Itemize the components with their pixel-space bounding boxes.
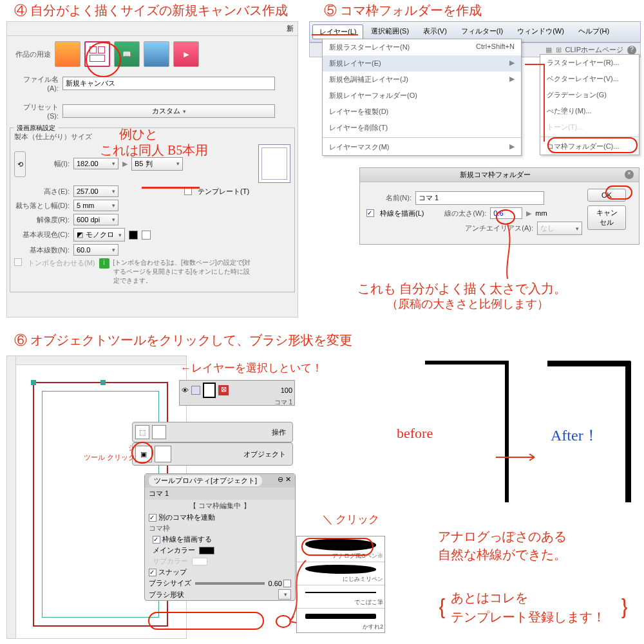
toolbar-icon[interactable]: ▦ [545, 46, 552, 54]
submenu-vector[interactable]: ベクターレイヤー(V)... [540, 71, 639, 87]
purpose-icon-scene[interactable] [144, 41, 169, 67]
brush-item-1[interactable]: にじみミリペン [297, 562, 384, 585]
drawborder-label: 枠線を描画(L) [380, 209, 424, 218]
bleed-combo[interactable]: 5 mm [73, 200, 118, 211]
layer-opacity[interactable]: 100 [281, 386, 292, 394]
help-icon[interactable]: ? [627, 46, 636, 55]
tp-subcolor-swatch [192, 558, 207, 565]
underline-b5 [142, 187, 200, 189]
layer-panel: 👁 ⊠ 100 コマ 1 [179, 380, 295, 406]
linecount-label: 基本線数(N): [14, 245, 70, 255]
handle-nw[interactable] [31, 380, 36, 385]
tool-icon-operation[interactable]: ⬚ [135, 425, 149, 439]
linecount-combo[interactable]: 60.0 [73, 244, 118, 256]
handle-n[interactable] [100, 380, 106, 385]
filename-label: ファイル名(A): [12, 75, 59, 92]
annotation-select-layer: ←レイヤーを選択しといて！ [180, 361, 323, 375]
clip-home-link[interactable]: CLIPホームページ [565, 45, 623, 55]
purpose-icon-book[interactable]: 📖 [114, 41, 140, 67]
tp-brushshape-dropdown[interactable] [278, 589, 291, 600]
menu-help[interactable]: ヘルプ(H) [572, 24, 616, 39]
antialias-label: アンチエイリアス(A): [465, 223, 533, 233]
purpose-icon-illustration[interactable] [55, 41, 80, 67]
tp-brushsize-slider[interactable] [195, 582, 265, 585]
layer-thumbnail[interactable] [203, 383, 216, 398]
subtool-object-icon[interactable]: ▣ [135, 446, 152, 462]
annotation-result1: アナログっぽさのある [438, 528, 567, 545]
menu-select[interactable]: 選択範囲(S) [365, 24, 415, 39]
tp-drawborder-label: 枠線を描画する [162, 535, 212, 543]
tp-brushsize-chip[interactable] [283, 580, 291, 587]
annotation-click: ＼ クリック [322, 512, 379, 527]
tp-brushsize-value[interactable]: 0.60 [269, 580, 282, 587]
tp-snap-checkbox[interactable] [149, 569, 156, 576]
height-input[interactable]: 257.00 [73, 185, 118, 197]
colormode-label: 基本表現色(C): [14, 230, 70, 240]
annotation-after: After！ [551, 425, 599, 446]
circle-brush-dropdown [276, 615, 291, 628]
tp-brushsize-label: ブラシサイズ [149, 578, 191, 588]
annotation-thickness2: （原稿の大きさと比例します） [386, 296, 549, 312]
color-swatch-white[interactable] [142, 231, 151, 240]
menu-layer[interactable]: レイヤー(L) [312, 24, 363, 39]
menu-new-raster[interactable]: 新規ラスターレイヤー(N)Ctrl+Shift+N [323, 39, 521, 55]
menu-window[interactable]: ウィンドウ(W) [511, 24, 571, 39]
drawborder-checkbox[interactable] [366, 209, 374, 217]
brush-item-2[interactable]: でこぼこ筆 [297, 585, 384, 609]
bracket-right: ｝ [618, 591, 641, 623]
annotation-final1: あとはコレを [451, 589, 528, 607]
toolbar-icon2[interactable]: ⊞ [556, 46, 562, 54]
menu-filter[interactable]: フィルター(I) [455, 24, 509, 39]
menu-dup[interactable]: レイヤーを複製(D) [323, 104, 521, 120]
brush-item-3[interactable]: かすれ2 [297, 609, 384, 632]
annotation-6-title: ⑥ オブジェクトツールをクリックして、ブラシ形状を変更 [14, 332, 352, 349]
layer-name[interactable]: コマ 1 [182, 398, 292, 407]
antialias-combo[interactable]: なし [537, 222, 582, 235]
submenu-raster[interactable]: ラスターレイヤー(R)... [540, 55, 639, 71]
panel-menu-icon[interactable]: ⊖ ✕ [278, 475, 291, 486]
tp-maincolor-swatch[interactable] [199, 547, 214, 554]
new-layer-submenu: ラスターレイヤー(R)... ベクターレイヤー(V)... グラデーション(G)… [540, 54, 639, 155]
tool-palette: ⬚ 操作 [132, 422, 293, 442]
preset-combo[interactable]: カスタム [62, 104, 275, 118]
layer-color-chip[interactable] [191, 386, 200, 395]
submenu-frame-folder[interactable]: コマ枠フォルダー(C)... [540, 138, 639, 155]
color-swatch-black[interactable] [129, 231, 138, 240]
filename-input[interactable]: 新規キャンバス [62, 77, 275, 90]
tp-drawborder-checkbox[interactable] [153, 536, 160, 544]
menu-view[interactable]: 表示(V) [417, 24, 453, 39]
tombo-label: トンボを合わせる(M) [28, 258, 95, 268]
resolution-combo[interactable]: 600 dpi [73, 214, 118, 225]
colormode-combo[interactable]: ◩ モノクロ [73, 228, 125, 242]
frame-folder-dialog: 新規コマ枠フォルダー × 名前(N): コマ 1 枠線を描画(L) 線の太さ(W… [359, 167, 639, 245]
tombo-info-text: [トンボを合わせる]は、[複数ページ]の設定で[対するページを見開きにする]をオ… [113, 258, 255, 285]
frame-name-input[interactable]: コマ 1 [415, 191, 544, 205]
tool-icon-b[interactable] [152, 425, 166, 439]
subtool-other-icon[interactable] [155, 446, 171, 462]
annotation-4-title: ④ 自分がよく描くサイズの新規キャンバス作成 [14, 2, 288, 19]
annotation-5-title: ⑤ コマ枠フォルダーを作成 [324, 2, 482, 19]
layer-dropdown: 新規ラスターレイヤー(N)Ctrl+Shift+N 新規レイヤー(E)▶ 新規色… [322, 39, 522, 156]
purpose-icon-video[interactable]: ▶ [173, 41, 199, 67]
linewidth-unit: mm [535, 209, 547, 217]
menu-new-folder[interactable]: 新規レイヤーフォルダー(O) [323, 88, 521, 104]
menu-new-layer[interactable]: 新規レイヤー(E)▶ [323, 55, 521, 71]
annotation-example2: これは同人 B5本用 [100, 142, 208, 159]
brush-item-0[interactable]: アナログ風Gペン※ [297, 536, 384, 562]
eye-icon[interactable]: 👁 [182, 386, 189, 394]
orientation-toggle[interactable]: ⟲ [14, 151, 26, 177]
cancel-button[interactable]: キャンセル [587, 205, 626, 230]
menu-mask[interactable]: レイヤーマスク(M)▶ [323, 139, 521, 155]
arrow-before-after [496, 451, 541, 464]
submenu-tone[interactable]: トーン(T)... [540, 119, 639, 135]
close-icon[interactable]: × [625, 170, 634, 179]
linewidth-input[interactable]: 0.6 [490, 207, 522, 219]
purpose-icon-comic[interactable] [84, 41, 110, 67]
tp-link-checkbox[interactable] [149, 514, 156, 522]
menu-del[interactable]: レイヤーを削除(T) [323, 120, 521, 136]
submenu-fill[interactable]: べた塗り(M)... [540, 103, 639, 119]
submenu-gradient[interactable]: グラデーション(G) [540, 87, 639, 103]
menu-new-adj[interactable]: 新規色調補正レイヤー(J)▶ [323, 71, 521, 88]
width-input[interactable]: 182.00 [73, 158, 118, 169]
ok-button[interactable]: OK [587, 189, 626, 202]
